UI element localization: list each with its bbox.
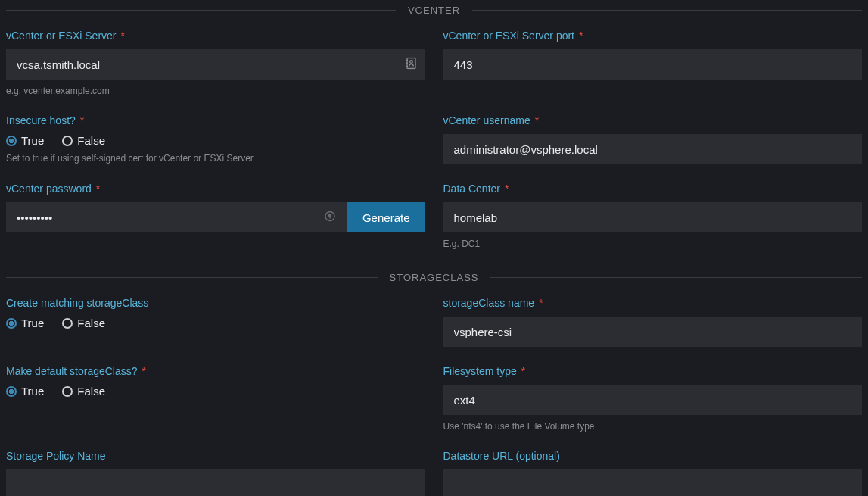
required-asterisk: * xyxy=(96,182,100,195)
field-hint: E.g. DC1 xyxy=(443,239,863,249)
field-hint: e.g. vcenter.example.com xyxy=(6,86,425,96)
storage-policy-input[interactable] xyxy=(6,469,425,496)
divider xyxy=(6,10,396,11)
field-create-storageclass: Create matching storageClass True False xyxy=(6,297,425,329)
lock-icon xyxy=(325,211,335,225)
radio-label: False xyxy=(77,385,105,398)
field-label: Make default storageClass?* xyxy=(6,365,425,377)
label-text: Data Center xyxy=(443,182,500,195)
vcenter-port-input[interactable] xyxy=(443,49,863,80)
datacenter-input[interactable] xyxy=(443,202,863,232)
datastore-url-input[interactable] xyxy=(443,469,863,496)
field-label: vCenter or ESXi Server port* xyxy=(443,30,863,42)
radio-true[interactable] xyxy=(6,136,17,146)
section-title: VCENTER xyxy=(408,5,460,16)
required-asterisk: * xyxy=(535,114,539,126)
field-label: Filesystem type* xyxy=(443,365,863,377)
required-asterisk: * xyxy=(142,365,146,377)
divider xyxy=(472,10,862,11)
field-hint: Set to true if using self-signed cert fo… xyxy=(6,153,425,164)
radio-group-insecure: True False xyxy=(6,134,425,147)
field-label: Insecure host?* xyxy=(6,114,425,126)
label-text: storageClass name xyxy=(443,297,535,309)
label-text: Datastore URL (optional) xyxy=(443,450,560,462)
field-datacenter: Data Center* E.g. DC1 xyxy=(443,182,863,249)
radio-option-false[interactable]: False xyxy=(62,385,105,398)
label-text: Insecure host? xyxy=(6,114,76,126)
section-header-vcenter: VCENTER xyxy=(6,5,862,16)
radio-label: False xyxy=(77,134,105,147)
field-default-storageclass: Make default storageClass?* True False xyxy=(6,365,425,398)
svg-point-4 xyxy=(409,61,412,64)
radio-label: False xyxy=(77,317,105,329)
field-storageclass-name: storageClass name* xyxy=(443,297,863,347)
field-label: Create matching storageClass xyxy=(6,297,425,309)
radio-false[interactable] xyxy=(62,318,73,329)
label-text: Make default storageClass? xyxy=(6,365,138,377)
label-text: Storage Policy Name xyxy=(6,450,106,462)
section-title: STORAGECLASS xyxy=(390,272,479,283)
label-text: Filesystem type xyxy=(443,365,517,377)
required-asterisk: * xyxy=(579,30,583,42)
required-asterisk: * xyxy=(121,30,125,42)
vcenter-username-input[interactable] xyxy=(443,134,863,164)
radio-false[interactable] xyxy=(62,386,73,397)
field-hint: Use 'nfs4' to use the File Volume type xyxy=(443,421,863,432)
vcenter-server-input[interactable] xyxy=(6,49,425,80)
storageclass-name-input[interactable] xyxy=(443,317,863,347)
field-label: storageClass name* xyxy=(443,297,863,309)
radio-true[interactable] xyxy=(6,318,17,329)
radio-label: True xyxy=(21,385,44,398)
radio-option-true[interactable]: True xyxy=(6,134,44,147)
radio-option-true[interactable]: True xyxy=(6,317,44,329)
field-label: Datastore URL (optional) xyxy=(443,450,863,462)
radio-option-false[interactable]: False xyxy=(62,134,105,147)
label-text: vCenter or ESXi Server xyxy=(6,30,117,42)
field-storage-policy: Storage Policy Name xyxy=(6,450,425,496)
field-label: Storage Policy Name xyxy=(6,450,425,462)
label-text: vCenter username xyxy=(443,114,530,126)
required-asterisk: * xyxy=(521,365,525,377)
radio-group-create-sc: True False xyxy=(6,317,425,329)
field-filesystem-type: Filesystem type* Use 'nfs4' to use the F… xyxy=(443,365,863,432)
vcenter-password-input[interactable] xyxy=(6,202,347,232)
section-header-storageclass: STORAGECLASS xyxy=(6,272,862,283)
divider xyxy=(6,277,378,278)
field-vcenter-server: vCenter or ESXi Server* e.g. vcenter.exa… xyxy=(6,30,425,96)
radio-true[interactable] xyxy=(6,386,17,397)
field-label: Data Center* xyxy=(443,182,863,195)
contacts-icon xyxy=(406,58,416,72)
field-vcenter-username: vCenter username* xyxy=(443,114,863,164)
filesystem-type-input[interactable] xyxy=(443,385,863,415)
generate-button[interactable]: Generate xyxy=(347,202,425,232)
required-asterisk: * xyxy=(539,297,543,309)
radio-option-false[interactable]: False xyxy=(62,317,105,329)
radio-group-default-sc: True False xyxy=(6,385,425,398)
radio-label: True xyxy=(21,317,44,329)
field-datastore-url: Datastore URL (optional) E.g. ds:///vmfs… xyxy=(443,450,863,496)
required-asterisk: * xyxy=(505,182,509,195)
label-text: vCenter password xyxy=(6,182,92,195)
required-asterisk: * xyxy=(80,114,84,126)
field-vcenter-password: vCenter password* Generate xyxy=(6,182,425,232)
radio-false[interactable] xyxy=(62,136,73,146)
field-vcenter-port: vCenter or ESXi Server port* xyxy=(443,30,863,80)
label-text: vCenter or ESXi Server port xyxy=(443,30,575,42)
field-label: vCenter password* xyxy=(6,182,425,195)
field-insecure-host: Insecure host?* True False Set to true i… xyxy=(6,114,425,164)
field-label: vCenter or ESXi Server* xyxy=(6,30,425,42)
field-label: vCenter username* xyxy=(443,114,863,126)
radio-label: True xyxy=(21,134,44,147)
radio-option-true[interactable]: True xyxy=(6,385,44,398)
label-text: Create matching storageClass xyxy=(6,297,148,309)
divider xyxy=(490,277,862,278)
